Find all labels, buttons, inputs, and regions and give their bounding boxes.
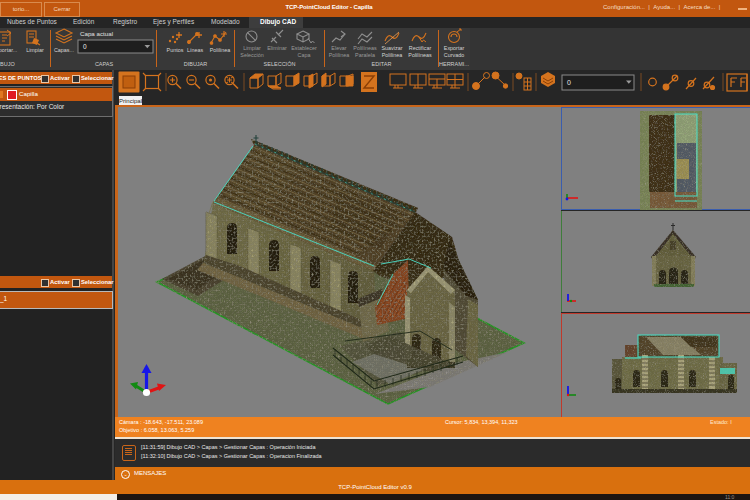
svg-text:portar...: portar... bbox=[0, 47, 17, 53]
svg-text:0: 0 bbox=[567, 79, 571, 86]
svg-text:Polilínea: Polilínea bbox=[210, 47, 231, 53]
svg-text:Paralela: Paralela bbox=[355, 52, 375, 58]
svg-text:Establecer: Establecer bbox=[291, 45, 317, 51]
svg-text:Polilínea: Polilínea bbox=[329, 52, 350, 58]
svg-text:Polilínea: Polilínea bbox=[382, 52, 403, 58]
svg-text:Curvado: Curvado bbox=[444, 52, 464, 58]
svg-text:Polilíneas: Polilíneas bbox=[353, 45, 377, 51]
svg-text:Capa actual: Capa actual bbox=[80, 30, 113, 37]
svg-text:Puntos: Puntos bbox=[167, 47, 184, 53]
svg-text:Eliminar: Eliminar bbox=[267, 45, 287, 51]
svg-text:Rectificar: Rectificar bbox=[409, 45, 432, 51]
svg-text:Elevar: Elevar bbox=[331, 45, 346, 51]
svg-text:Limpiar: Limpiar bbox=[243, 45, 261, 51]
svg-text:Exportar: Exportar bbox=[444, 45, 465, 51]
svg-text:0: 0 bbox=[83, 43, 87, 50]
svg-text:Líneas: Líneas bbox=[187, 47, 203, 53]
svg-text:Limpiar: Limpiar bbox=[26, 47, 44, 53]
svg-text:Capas...: Capas... bbox=[54, 47, 74, 53]
svg-text:Suavizar: Suavizar bbox=[382, 45, 403, 51]
svg-text:Polilíneas: Polilíneas bbox=[408, 52, 432, 58]
svg-text:Capa: Capa bbox=[298, 52, 311, 58]
svg-text:Selección: Selección bbox=[240, 52, 263, 58]
